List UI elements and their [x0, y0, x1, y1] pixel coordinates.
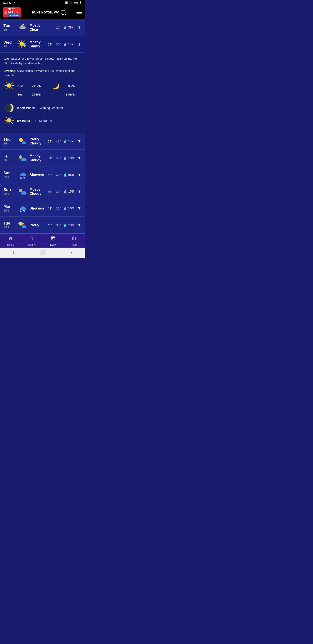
svg-line-11 [19, 46, 20, 47]
back-button[interactable]: ‹ [71, 250, 72, 256]
uv-sun-icon [4, 116, 14, 126]
menu-button[interactable] [76, 11, 82, 14]
expand-chevron-icon: ▼ [77, 25, 81, 30]
temperature-range: 64° | 54° [48, 156, 61, 160]
status-bar: 3:23 52° ✕ 📶 🚫 49% 🔋 [0, 0, 85, 6]
forecast-row-sat-210[interactable]: Sat 2/10 Showers 63° | 42° 💧 55% ▼ [0, 166, 85, 183]
svg-point-30 [19, 138, 23, 142]
forecast-row-sun-211[interactable]: Sun 2/11 Mostly Cloudy 56° | 39° 💧 15% ▼ [0, 183, 85, 200]
moon-rise-time: 6:02AM [66, 84, 80, 88]
map-icon [71, 236, 77, 242]
sun-set-time: 5:58PM [32, 93, 46, 96]
rain-drop-icon: 💧 [63, 156, 67, 160]
temperature-range: 64° | 48° [48, 140, 61, 143]
location-display: HUNTINGTON, WV [32, 10, 65, 15]
svg-line-20 [6, 88, 7, 89]
menu-line-1 [76, 11, 82, 11]
weather-icon [17, 220, 27, 230]
nav-map[interactable]: Map [66, 236, 82, 246]
forecast-list: Tue 2/6 Mostly Clear --° | 27° 💧 5% ▼ [0, 19, 85, 234]
moon-phase-value: Waning Crescent [39, 106, 63, 110]
weather-icon [17, 22, 27, 33]
low-temp: 35° [56, 42, 61, 46]
rise-label: Rise [17, 84, 28, 88]
nav-home[interactable]: Home [3, 236, 18, 246]
nav-daily[interactable]: Daily [45, 236, 61, 246]
svg-point-12 [7, 83, 11, 88]
high-temp: 49° [48, 206, 53, 210]
precip-percent: 15% [68, 190, 74, 193]
day-label: Tue 2/13 [3, 221, 15, 229]
detail-panel-wed: Day: Except for a few afternoon clouds, … [0, 53, 85, 133]
condition-text: Showers [29, 206, 45, 210]
rain-drop-icon: 💧 [63, 206, 67, 210]
day-label: Mon 2/12 [3, 204, 15, 212]
status-time: 3:23 [2, 1, 7, 4]
day-label: Sat 2/10 [3, 171, 15, 178]
uv-index-value: 3 - Moderate [35, 119, 52, 122]
day-forecast-text: Day: Except for a few afternoon clouds, … [4, 56, 80, 66]
temperature-range: 63° | 42° [48, 173, 61, 177]
precipitation: 💧 15% [63, 190, 74, 194]
rain-drop-icon: 💧 [63, 190, 67, 194]
moon-set-time: 3:08PM [66, 93, 80, 96]
weather-icon [17, 203, 27, 214]
weather-icon [17, 170, 27, 180]
rain-drop-icon: 💧 [63, 42, 67, 46]
low-temp: 42° [56, 173, 61, 177]
expand-chevron-icon: ▼ [77, 206, 81, 210]
condition-text: Mostly Cloudy [29, 154, 45, 162]
precip-percent: 50% [68, 206, 74, 210]
hourly-icon [29, 236, 34, 242]
svg-point-40 [19, 189, 22, 192]
forecast-row-wed-27[interactable]: Wed 2/7 Mostly Sunny 59° | 35° 💧 5% [0, 36, 85, 53]
set-label: Set [17, 93, 28, 96]
wifi-icon: 📶 [64, 1, 68, 4]
brand-text: FIRST ALERT WEATHER [7, 8, 19, 16]
menu-line-2 [76, 12, 82, 12]
low-temp: 27° [56, 26, 61, 29]
svg-line-38 [23, 177, 23, 178]
svg-line-44 [24, 210, 25, 212]
precip-percent: 55% [68, 173, 74, 176]
condition-text: Mostly Sunny [29, 40, 45, 48]
svg-line-36 [20, 177, 21, 178]
day-label: Fri 2/9 [3, 154, 15, 162]
svg-point-35 [19, 155, 22, 159]
condition-text: Showers [29, 173, 45, 177]
forecast-row-fri-29[interactable]: Fri 2/9 Mostly Cloudy 64° | 54° 💧 20% ▼ [0, 150, 85, 166]
svg-line-8 [19, 41, 20, 42]
svg-line-17 [6, 82, 7, 84]
high-temp: 48° [48, 223, 53, 227]
high-temp: --° [49, 26, 53, 29]
svg-line-28 [11, 117, 12, 118]
rain-drop-icon: 💧 [63, 223, 67, 227]
precip-percent: 5% [68, 26, 73, 29]
recent-apps-button[interactable]: ⦀ [12, 250, 14, 256]
temperature-range: 48° | 30° [48, 223, 61, 227]
expand-chevron-icon: ▼ [77, 223, 81, 227]
nav-hourly[interactable]: Hourly [24, 236, 39, 246]
precip-percent: 5% [68, 140, 73, 143]
search-button[interactable] [61, 10, 65, 15]
nav-hourly-label: Hourly [28, 243, 36, 246]
temperature-range: 59° | 35° [48, 42, 61, 46]
battery-icon: 🔋 [79, 1, 82, 4]
home-button[interactable]: ⬜ [40, 250, 45, 256]
moon-symbol-icon: 🌙 [50, 82, 62, 90]
expand-chevron-icon: ▼ [77, 139, 81, 144]
expand-chevron-icon: ▼ [77, 189, 81, 194]
rain-drop-icon: 💧 [63, 26, 67, 30]
low-temp: 54° [56, 156, 61, 160]
svg-line-29 [6, 122, 7, 124]
location-text: HUNTINGTON, WV [32, 11, 59, 14]
do-not-disturb-icon: 🚫 [69, 1, 72, 4]
forecast-row-mon-212[interactable]: Mon 2/12 Showers 49° | 32° 💧 50% ▼ [0, 200, 85, 217]
forecast-row-tue-213[interactable]: Tue 2/13 Partly 48° | 30° 💧 20% ▼ [0, 217, 85, 234]
precipitation: 💧 50% [63, 206, 74, 210]
high-temp: 64° [48, 140, 53, 143]
temperature-range: 49° | 32° [48, 206, 61, 210]
forecast-row-tue-26[interactable]: Tue 2/6 Mostly Clear --° | 27° 💧 5% ▼ [0, 19, 85, 36]
condition-text: Partly Cloudy [29, 137, 45, 145]
forecast-row-thu-28[interactable]: Thu 2/8 Partly Cloudy 64° | 48° 💧 5% ▼ [0, 133, 85, 150]
